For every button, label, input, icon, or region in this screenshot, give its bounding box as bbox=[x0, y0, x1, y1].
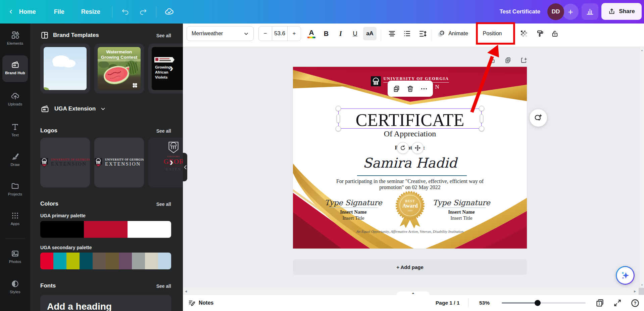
underline-button[interactable]: U bbox=[348, 26, 362, 41]
scroll-right-arrow[interactable]: ▶ bbox=[632, 288, 638, 295]
text-case-button[interactable]: aA bbox=[363, 27, 377, 40]
brand-selector[interactable]: co. UGA Extension bbox=[40, 104, 106, 114]
resize-menu-button[interactable]: Resize bbox=[79, 8, 103, 15]
transparency-button[interactable] bbox=[516, 26, 531, 41]
assistant-fab[interactable] bbox=[616, 266, 635, 285]
redo-button[interactable] bbox=[134, 4, 152, 19]
signature-block-left[interactable]: Type Signature Insert Name Insert Title bbox=[320, 198, 387, 221]
canvas-area[interactable]: BEST Award 2022 UNIVERSITY OF GEORGIA EX… bbox=[183, 47, 644, 288]
comment-fab[interactable] bbox=[530, 109, 547, 127]
sidebar-item-draw[interactable]: Draw bbox=[2, 152, 29, 167]
templates-next-chevron[interactable]: › bbox=[169, 62, 173, 73]
share-button[interactable]: Share bbox=[601, 3, 642, 20]
certificate-subtitle[interactable]: Of Appreciation bbox=[293, 129, 527, 138]
brand-templates-see-all[interactable]: See all bbox=[156, 33, 171, 38]
palette-swatch[interactable] bbox=[93, 253, 106, 269]
add-heading-card[interactable]: Add a heading bbox=[40, 295, 171, 311]
palette-swatch[interactable] bbox=[106, 253, 119, 269]
template-card-violets[interactable]: Growing African Violets bbox=[148, 44, 183, 93]
scroll-up-arrow[interactable]: ▲ bbox=[640, 48, 644, 52]
position-button[interactable]: Position bbox=[478, 26, 506, 41]
palette-swatch[interactable] bbox=[128, 221, 171, 238]
document-title[interactable]: Test Certificate bbox=[499, 0, 540, 24]
delete-element-button[interactable] bbox=[405, 84, 415, 94]
spacing-button[interactable] bbox=[415, 26, 430, 41]
sidebar-item-elements[interactable]: Elements bbox=[2, 31, 29, 45]
sidebar-item-apps[interactable]: Apps bbox=[2, 211, 29, 226]
page-indicator[interactable]: Page 1 / 1 bbox=[436, 300, 460, 306]
certificate-footer[interactable]: An Equal Opportunity, Affirmative Action… bbox=[293, 229, 527, 233]
add-member-button[interactable]: + bbox=[562, 4, 579, 20]
cloud-save-status[interactable] bbox=[161, 4, 178, 19]
lock-page-button[interactable] bbox=[488, 56, 496, 64]
italic-button[interactable]: I bbox=[334, 26, 347, 41]
zoom-slider-thumb[interactable] bbox=[535, 300, 541, 306]
back-chevron-icon[interactable]: ‹ bbox=[0, 7, 14, 17]
logo-card-vertical[interactable]: UNIVERS GEOR EXTEN bbox=[148, 138, 183, 187]
scroll-down-arrow[interactable]: ▼ bbox=[640, 282, 644, 287]
vertical-scrollbar[interactable]: ▲ ▼ bbox=[640, 47, 644, 288]
certificate-body[interactable]: For participating in the seminar "Creati… bbox=[293, 178, 527, 190]
palette-swatch[interactable] bbox=[119, 253, 132, 269]
insights-button[interactable] bbox=[582, 3, 598, 20]
home-button[interactable]: Home bbox=[16, 8, 39, 15]
certificate-presented[interactable]: Presented to: bbox=[293, 145, 527, 151]
template-card-watermelon[interactable]: Watermelon Growing Contest bbox=[94, 44, 144, 93]
list-button[interactable] bbox=[400, 26, 414, 41]
palette-swatch[interactable] bbox=[84, 221, 128, 238]
fonts-see-all[interactable]: See all bbox=[156, 283, 171, 289]
selection-handle-right[interactable] bbox=[480, 114, 483, 123]
move-handle[interactable] bbox=[412, 142, 424, 154]
palette-swatch[interactable] bbox=[53, 253, 66, 269]
colors-see-all[interactable]: See all bbox=[156, 202, 171, 207]
certificate-page[interactable]: BEST Award 2022 UNIVERSITY OF GEORGIA EX… bbox=[293, 67, 527, 249]
avatar[interactable]: DD bbox=[547, 3, 564, 20]
font-size-decrease[interactable]: − bbox=[259, 27, 272, 41]
panel-collapse-handle[interactable] bbox=[183, 153, 187, 181]
scroll-left-arrow[interactable]: ◀ bbox=[183, 288, 189, 295]
zoom-percentage[interactable]: 53% bbox=[479, 300, 490, 306]
sidebar-item-text[interactable]: Text bbox=[2, 123, 29, 137]
signature-block-right[interactable]: Type Signature Insert Name Insert Title bbox=[428, 198, 495, 221]
palette-swatch[interactable] bbox=[40, 221, 84, 238]
logo-card-white[interactable]: UNIVERSITY OF GEORGIA EXTENSION bbox=[94, 138, 144, 187]
selection-handle-top-right[interactable] bbox=[479, 106, 484, 111]
animate-button[interactable]: Animate bbox=[435, 26, 470, 41]
palette-swatch[interactable] bbox=[158, 253, 171, 269]
alignment-button[interactable] bbox=[385, 26, 399, 41]
selection-handle-bottom-left[interactable] bbox=[336, 126, 341, 131]
add-page-icon-button[interactable] bbox=[520, 56, 527, 64]
bold-button[interactable]: B bbox=[319, 26, 333, 41]
selection-handle-bottom-right[interactable] bbox=[479, 126, 484, 131]
logo-card-red[interactable]: UNIVERSITY OF GEORGIA EXTENSION bbox=[40, 138, 90, 187]
help-button[interactable]: ? bbox=[629, 295, 641, 311]
fullscreen-button[interactable] bbox=[612, 295, 623, 311]
palette-swatch[interactable] bbox=[40, 253, 53, 269]
sidebar-item-photos[interactable]: Photos bbox=[2, 249, 29, 264]
selection-handle-left[interactable] bbox=[337, 114, 340, 123]
undo-button[interactable] bbox=[117, 4, 134, 19]
logos-see-all[interactable]: See all bbox=[156, 128, 171, 134]
font-select[interactable]: Merriweather bbox=[187, 26, 254, 41]
palette-swatch[interactable] bbox=[66, 253, 80, 269]
logos-next-chevron[interactable]: › bbox=[169, 156, 173, 167]
sidebar-item-uploads[interactable]: Uploads bbox=[2, 91, 29, 106]
pages-view-button[interactable]: 1 bbox=[594, 295, 605, 311]
notes-pull-tab[interactable]: ⌃ bbox=[397, 292, 430, 296]
more-options-button[interactable] bbox=[419, 84, 429, 94]
selection-handle-top-left[interactable] bbox=[336, 106, 341, 111]
duplicate-element-button[interactable] bbox=[391, 84, 401, 94]
selection-box[interactable] bbox=[338, 108, 482, 129]
template-card-sky[interactable] bbox=[40, 44, 90, 93]
duplicate-page-button[interactable] bbox=[504, 56, 511, 64]
rotate-handle[interactable] bbox=[397, 142, 409, 154]
certificate-recipient[interactable]: Samira Hadid bbox=[293, 155, 527, 171]
palette-swatch[interactable] bbox=[145, 253, 158, 269]
zoom-slider[interactable] bbox=[502, 302, 586, 304]
sidebar-item-styles[interactable]: Styles bbox=[2, 279, 29, 294]
palette-swatch[interactable] bbox=[80, 253, 93, 269]
sidebar-item-brand-hub[interactable]: co. Brand Hub bbox=[2, 60, 29, 75]
font-size-value[interactable]: 53.6 bbox=[272, 27, 287, 41]
palette-swatch[interactable] bbox=[132, 253, 145, 269]
add-page-button[interactable]: + Add page bbox=[293, 259, 527, 275]
